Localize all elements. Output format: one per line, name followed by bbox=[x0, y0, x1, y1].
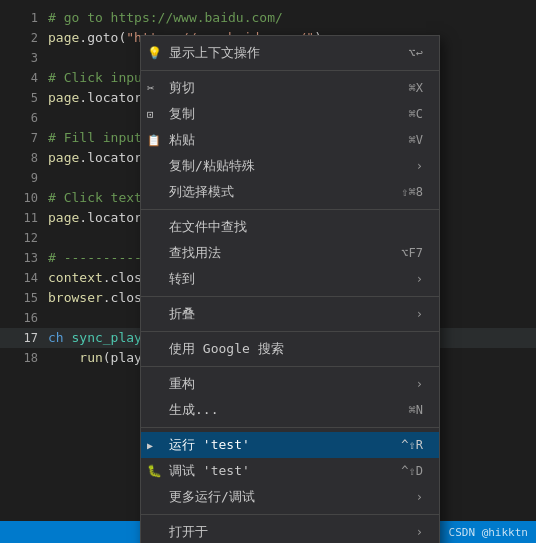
menu-item-paste[interactable]: 📋 粘贴 ⌘V bbox=[141, 127, 439, 153]
menu-label-generate: 生成... bbox=[169, 401, 218, 419]
menu-item-goto[interactable]: 转到 › bbox=[141, 266, 439, 292]
menu-item-find-in-file[interactable]: 在文件中查找 bbox=[141, 214, 439, 240]
menu-item-refactor[interactable]: 重构 › bbox=[141, 371, 439, 397]
menu-label-refactor: 重构 bbox=[169, 375, 195, 393]
menu-item-open-in[interactable]: 打开于 › bbox=[141, 519, 439, 543]
menu-label-google-search: 使用 Google 搜索 bbox=[169, 340, 284, 358]
menu-label-paste: 粘贴 bbox=[169, 131, 195, 149]
menu-shortcut-run-test: ^⇧R bbox=[401, 438, 423, 452]
run-icon: ▶ bbox=[147, 440, 153, 451]
menu-shortcut-find-usage: ⌥F7 bbox=[401, 246, 423, 260]
menu-label-run-test: 运行 'test' bbox=[169, 436, 250, 454]
menu-shortcut-show-context: ⌥↩ bbox=[409, 46, 423, 60]
menu-item-cut[interactable]: ✂ 剪切 ⌘X bbox=[141, 75, 439, 101]
separator-7 bbox=[141, 514, 439, 515]
menu-label-copy-paste-special: 复制/粘贴特殊 bbox=[169, 157, 255, 175]
menu-label-cut: 剪切 bbox=[169, 79, 195, 97]
separator-2 bbox=[141, 209, 439, 210]
menu-label-fold: 折叠 bbox=[169, 305, 195, 323]
menu-item-more-run[interactable]: 更多运行/调试 › bbox=[141, 484, 439, 510]
menu-shortcut-generate: ⌘N bbox=[409, 403, 423, 417]
menu-item-copy-paste-special[interactable]: 复制/粘贴特殊 › bbox=[141, 153, 439, 179]
menu-item-google-search[interactable]: 使用 Google 搜索 bbox=[141, 336, 439, 362]
menu-label-find-in-file: 在文件中查找 bbox=[169, 218, 247, 236]
menu-item-generate[interactable]: 生成... ⌘N bbox=[141, 397, 439, 423]
separator-4 bbox=[141, 331, 439, 332]
menu-label-show-context: 显示上下文操作 bbox=[169, 44, 260, 62]
menu-item-find-usage[interactable]: 查找用法 ⌥F7 bbox=[141, 240, 439, 266]
arrow-icon-open-in: › bbox=[416, 525, 423, 539]
menu-label-open-in: 打开于 bbox=[169, 523, 208, 541]
menu-label-copy: 复制 bbox=[169, 105, 195, 123]
menu-item-copy[interactable]: ⊡ 复制 ⌘C bbox=[141, 101, 439, 127]
menu-shortcut-copy: ⌘C bbox=[409, 107, 423, 121]
bottom-bar-text: CSDN @hikktn bbox=[449, 526, 528, 539]
menu-shortcut-debug-test: ^⇧D bbox=[401, 464, 423, 478]
menu-shortcut-paste: ⌘V bbox=[409, 133, 423, 147]
arrow-icon-more-run: › bbox=[416, 490, 423, 504]
debug-icon: 🐛 bbox=[147, 464, 162, 478]
menu-shortcut-column-select: ⇧⌘8 bbox=[401, 185, 423, 199]
menu-label-find-usage: 查找用法 bbox=[169, 244, 221, 262]
menu-label-goto: 转到 bbox=[169, 270, 195, 288]
cut-icon: ✂ bbox=[147, 81, 154, 95]
menu-item-debug-test[interactable]: 🐛 调试 'test' ^⇧D bbox=[141, 458, 439, 484]
menu-label-debug-test: 调试 'test' bbox=[169, 462, 250, 480]
arrow-icon-refactor: › bbox=[416, 377, 423, 391]
code-line-1: 1 # go to https://www.baidu.com/ bbox=[0, 8, 536, 28]
bulb-icon: 💡 bbox=[147, 46, 162, 60]
menu-label-more-run: 更多运行/调试 bbox=[169, 488, 255, 506]
copy-icon: ⊡ bbox=[147, 108, 154, 121]
separator-3 bbox=[141, 296, 439, 297]
arrow-icon-copy-paste: › bbox=[416, 159, 423, 173]
paste-icon: 📋 bbox=[147, 134, 161, 147]
menu-item-fold[interactable]: 折叠 › bbox=[141, 301, 439, 327]
menu-item-column-select[interactable]: 列选择模式 ⇧⌘8 bbox=[141, 179, 439, 205]
menu-shortcut-cut: ⌘X bbox=[409, 81, 423, 95]
menu-item-show-context[interactable]: 💡 显示上下文操作 ⌥↩ bbox=[141, 40, 439, 66]
menu-label-column-select: 列选择模式 bbox=[169, 183, 234, 201]
menu-item-run-test[interactable]: ▶ 运行 'test' ^⇧R bbox=[141, 432, 439, 458]
separator-1 bbox=[141, 70, 439, 71]
separator-5 bbox=[141, 366, 439, 367]
context-menu: 💡 显示上下文操作 ⌥↩ ✂ 剪切 ⌘X ⊡ 复制 ⌘C 📋 粘贴 ⌘V 复制/… bbox=[140, 35, 440, 543]
arrow-icon-goto: › bbox=[416, 272, 423, 286]
arrow-icon-fold: › bbox=[416, 307, 423, 321]
separator-6 bbox=[141, 427, 439, 428]
